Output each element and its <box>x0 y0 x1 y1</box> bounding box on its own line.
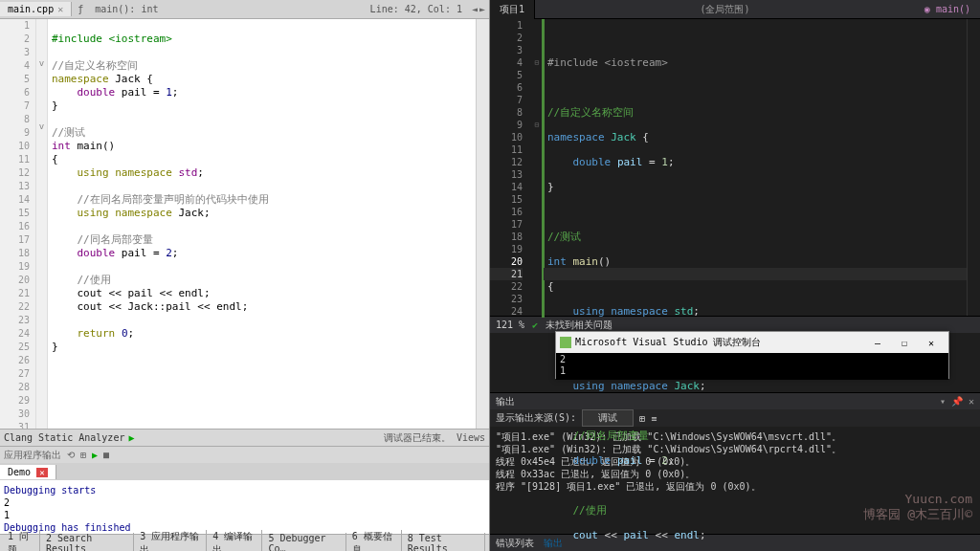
bottom-tab[interactable]: 3 应用程序输出 <box>136 530 207 552</box>
right-gutter: 123456789101112131415161718192021222324 <box>490 19 530 316</box>
code-line: using namespace Jack; <box>547 380 967 392</box>
nav-next-icon[interactable]: ► <box>479 4 485 14</box>
code-line: double pail = 2; <box>547 454 967 467</box>
tool-icon[interactable]: ⊞ <box>80 450 86 460</box>
tool-icon[interactable]: ⟲ <box>67 450 75 460</box>
check-icon: ✔ <box>532 320 538 330</box>
code-line: { <box>547 280 967 293</box>
function-dropdown[interactable]: ◉ main() <box>915 1 980 17</box>
console-titlebar[interactable]: Microsoft Visual Studio 调试控制台 — ☐ ✕ <box>556 332 948 353</box>
right-minimap[interactable] <box>967 19 980 316</box>
file-tab-label: main.cpp <box>8 4 54 14</box>
code-line: using namespace std; <box>52 166 204 179</box>
code-line: using namespace std; <box>547 305 967 318</box>
nav-arrows: ◄ ► <box>468 4 489 14</box>
code-line: //同名局部变量 <box>547 430 649 442</box>
code-line: //在同名局部变量声明前的代码块中使用 <box>52 193 269 206</box>
bottom-tab[interactable]: 6 概要信息 <box>348 530 402 552</box>
left-output-toolbar: 应用程序输出 ⟲ ⊞ ▶ ■ <box>0 446 489 463</box>
console-line: 2 <box>560 354 945 365</box>
output-line: 2 <box>4 496 485 509</box>
code-line: cout << Jack::pail << endl; <box>52 300 248 313</box>
left-code-area[interactable]: #include <iostream> //自定义名称空间 namespace … <box>48 19 476 429</box>
left-scrollbar[interactable] <box>476 19 489 429</box>
code-line: namespace Jack { <box>52 73 153 85</box>
play-icon[interactable]: ▶ <box>128 432 134 443</box>
code-line: //使用 <box>52 274 111 286</box>
bottom-tab[interactable]: 8 Test Results <box>404 533 485 552</box>
nav-prev-icon[interactable]: ◄ <box>472 4 478 14</box>
left-bottom-tabs: 1 问题 2 Search Results 3 应用程序输出 4 编译输出 5 … <box>0 534 489 551</box>
cursor-position: Line: 42, Col: 1 <box>365 2 468 16</box>
left-gutter: 1234567891011121314151617181920212223242… <box>0 19 36 429</box>
code-line: } <box>52 341 58 353</box>
bottom-tab[interactable]: 1 问题 <box>4 530 40 552</box>
fold-icon[interactable]: v <box>36 56 47 70</box>
vs-icon <box>560 337 571 348</box>
right-code-area[interactable]: #include <iostream> //自定义名称空间 namespace … <box>544 19 967 316</box>
breadcrumb-icon: ƒ <box>72 2 89 16</box>
code-line: return 0; <box>52 327 134 340</box>
bottom-tab-errorlist[interactable]: 错误列表 <box>496 537 534 550</box>
left-output-tabs: Demo ✕ <box>0 463 489 480</box>
code-line: } <box>547 181 967 193</box>
bottom-tab[interactable]: 4 编译输出 <box>209 530 262 552</box>
code-line: } <box>52 99 58 112</box>
minimize-button[interactable]: — <box>864 338 891 348</box>
code-line: //测试 <box>547 231 581 243</box>
output-tab-demo[interactable]: Demo ✕ <box>0 465 56 479</box>
output-line: 1 <box>4 509 485 521</box>
console-title: Microsoft Visual Studio 调试控制台 <box>575 336 864 349</box>
close-button[interactable]: ✕ <box>918 338 945 348</box>
left-tab-bar: main.cpp ✕ ƒ main(): int Line: 42, Col: … <box>0 0 489 19</box>
code-line: //同名局部变量 <box>52 233 153 246</box>
left-fold-gutter: v v <box>36 19 48 429</box>
bottom-tab[interactable]: 2 Search Results <box>42 533 134 552</box>
file-tab-main[interactable]: main.cpp ✕ <box>0 2 72 16</box>
code-line: double pail = 1; <box>52 86 178 99</box>
debug-status: 调试器已结束。 <box>384 431 451 445</box>
console-line: 1 <box>560 365 945 377</box>
maximize-button[interactable]: ☐ <box>891 338 918 348</box>
code-line: double pail = 1; <box>547 156 967 168</box>
code-line: int main() <box>547 255 967 268</box>
right-editor[interactable]: 123456789101112131415161718192021222324 … <box>490 19 980 316</box>
right-tab-bar: 项目1 (全局范围) ◉ main() <box>490 0 980 19</box>
stop-icon[interactable]: ■ <box>103 450 109 460</box>
code-line: double pail = 2; <box>52 247 178 259</box>
code-line: int main() <box>52 140 115 152</box>
code-line: //自定义名称空间 <box>52 59 138 72</box>
code-line: //测试 <box>52 126 85 139</box>
code-line: #include <iostream> <box>547 56 668 69</box>
code-line: //使用 <box>547 504 607 517</box>
right-ide-pane: 项目1 (全局范围) ◉ main() 12345678910111213141… <box>490 0 980 551</box>
output-title: 输出 <box>496 395 515 408</box>
left-editor[interactable]: 1234567891011121314151617181920212223242… <box>0 19 489 429</box>
output-label: 应用程序输出 <box>4 449 61 462</box>
fold-icon[interactable]: v <box>36 120 47 133</box>
debug-console-window[interactable]: Microsoft Visual Studio 调试控制台 — ☐ ✕ 2 1 <box>555 331 949 379</box>
analyzer-label[interactable]: Clang Static Analyzer <box>4 432 124 443</box>
code-line: //自定义名称空间 <box>547 106 634 119</box>
code-line: cout << pail << endl; <box>547 529 967 541</box>
left-ide-pane: main.cpp ✕ ƒ main(): int Line: 42, Col: … <box>0 0 490 551</box>
close-icon[interactable]: ✕ <box>57 4 63 14</box>
code-line: #include <iostream> <box>52 33 172 45</box>
views-button[interactable]: Views <box>457 432 485 443</box>
scope-dropdown[interactable]: (全局范围) <box>535 3 915 16</box>
bottom-tab[interactable]: 5 Debugger Co… <box>264 533 345 552</box>
project-tab[interactable]: 项目1 <box>490 0 535 19</box>
left-output-body[interactable]: Debugging starts 2 1 Debugging has finis… <box>0 480 489 534</box>
zoom-level[interactable]: 121 % <box>496 320 524 330</box>
console-body[interactable]: 2 1 <box>556 353 948 380</box>
left-analyzer-bar: Clang Static Analyzer ▶ 调试器已结束。 Views <box>0 429 489 446</box>
breadcrumb[interactable]: main(): int <box>89 2 164 16</box>
code-line: { <box>52 153 58 165</box>
play-icon[interactable]: ▶ <box>92 450 98 460</box>
code-line: using namespace Jack; <box>52 207 211 219</box>
close-icon[interactable]: ✕ <box>36 468 47 477</box>
code-line: cout << pail << endl; <box>52 287 211 299</box>
code-line: namespace Jack { <box>547 131 967 143</box>
output-line: Debugging starts <box>4 484 485 496</box>
